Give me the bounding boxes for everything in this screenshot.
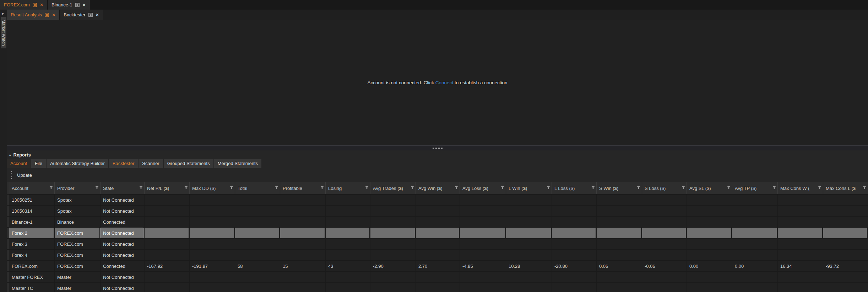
table-cell[interactable]: -167.92 — [145, 261, 190, 271]
table-cell[interactable] — [190, 228, 235, 238]
table-cell[interactable]: FOREX.com — [55, 239, 101, 249]
table-row[interactable]: FOREX.comFOREX.comConnected-167.92-191.8… — [7, 261, 868, 272]
table-cell[interactable] — [235, 228, 280, 238]
filter-funnel-icon[interactable] — [862, 186, 867, 191]
table-cell[interactable] — [416, 272, 460, 282]
table-cell[interactable] — [732, 283, 778, 292]
table-cell[interactable] — [642, 217, 687, 227]
reports-tab-account[interactable]: Account — [7, 159, 31, 168]
collapse-reports-icon[interactable]: ▴ — [9, 153, 11, 156]
filter-funnel-icon[interactable] — [49, 186, 53, 191]
table-cell[interactable] — [370, 228, 416, 238]
table-cell[interactable] — [416, 228, 460, 238]
table-cell[interactable] — [506, 250, 552, 260]
table-row[interactable]: Forex 3FOREX.comNot Connected — [7, 239, 868, 250]
reports-tab-automatic-strategy-builder[interactable]: Automatic Strategy Builder — [47, 159, 108, 168]
table-cell[interactable] — [326, 228, 370, 238]
column-header-avg-win-[interactable]: Avg Win ($) — [416, 182, 460, 194]
table-cell[interactable]: Master — [55, 272, 101, 282]
table-cell[interactable] — [823, 217, 868, 227]
table-cell[interactable] — [235, 206, 280, 216]
table-cell[interactable] — [506, 283, 552, 292]
window-tab-forex-com[interactable]: FOREX.com✕ — [0, 0, 48, 10]
table-cell[interactable] — [823, 239, 868, 249]
table-cell[interactable] — [280, 283, 326, 292]
table-cell[interactable] — [235, 217, 280, 227]
column-header-avg-loss-[interactable]: Avg Loss ($) — [460, 182, 506, 194]
filter-funnel-icon[interactable] — [139, 186, 143, 191]
table-row[interactable]: Forex 2FOREX.comNot Connected — [7, 228, 868, 239]
panel-tab-backtester[interactable]: Backtester✕ — [60, 10, 103, 20]
table-cell[interactable] — [326, 195, 370, 205]
table-cell[interactable]: Not Connected — [101, 228, 145, 238]
table-cell[interactable]: Forex 2 — [9, 228, 55, 238]
column-header-avg-trades-[interactable]: Avg Trades ($) — [370, 182, 416, 194]
table-cell[interactable]: 0.06 — [597, 261, 642, 271]
table-cell[interactable] — [778, 195, 823, 205]
table-cell[interactable] — [370, 272, 416, 282]
table-cell[interactable] — [326, 217, 370, 227]
table-cell[interactable] — [732, 206, 778, 216]
table-cell[interactable]: Not Connected — [101, 239, 145, 249]
table-cell[interactable] — [416, 217, 460, 227]
filter-funnel-icon[interactable] — [454, 186, 459, 191]
table-cell[interactable] — [823, 283, 868, 292]
window-tab-binance-1[interactable]: Binance-1✕ — [48, 0, 90, 10]
column-header-s-win-[interactable]: S Win ($) — [597, 182, 642, 194]
table-cell[interactable]: Not Connected — [101, 195, 145, 205]
filter-funnel-icon[interactable] — [772, 186, 776, 191]
table-cell[interactable] — [190, 217, 235, 227]
table-cell[interactable]: 0.00 — [732, 261, 778, 271]
table-cell[interactable] — [416, 250, 460, 260]
table-cell[interactable] — [460, 195, 506, 205]
column-header-max-cons-w-[interactable]: Max Cons W ( — [778, 182, 823, 194]
table-cell[interactable] — [416, 239, 460, 249]
table-cell[interactable] — [597, 272, 642, 282]
table-cell[interactable] — [460, 239, 506, 249]
column-header-losing[interactable]: Losing — [326, 182, 370, 194]
table-cell[interactable] — [732, 250, 778, 260]
table-cell[interactable]: Binance — [55, 217, 101, 227]
panel-tab-result-analysis[interactable]: Result Analysis✕ — [7, 10, 60, 20]
table-cell[interactable]: Master — [55, 283, 101, 292]
close-icon[interactable]: ✕ — [96, 13, 99, 17]
reports-tab-grouped-statements[interactable]: Grouped Statements — [164, 159, 213, 168]
reports-tab-backtester[interactable]: Backtester — [109, 159, 138, 168]
column-header-l-win-[interactable]: L Win ($) — [506, 182, 552, 194]
table-cell[interactable] — [280, 239, 326, 249]
column-header-state[interactable]: State — [101, 182, 145, 194]
table-cell[interactable] — [235, 283, 280, 292]
table-cell[interactable]: Forex 3 — [9, 239, 55, 249]
table-cell[interactable] — [190, 239, 235, 249]
table-cell[interactable] — [145, 228, 190, 238]
close-icon[interactable]: ✕ — [40, 3, 43, 7]
table-cell[interactable] — [460, 250, 506, 260]
horizontal-splitter[interactable] — [7, 145, 868, 151]
column-header-s-loss-[interactable]: S Loss ($) — [642, 182, 687, 194]
table-cell[interactable] — [506, 195, 552, 205]
filter-funnel-icon[interactable] — [184, 186, 188, 191]
table-row[interactable]: 13050314SpotexNot Connected — [7, 206, 868, 217]
table-cell[interactable] — [460, 228, 506, 238]
table-cell[interactable]: 15 — [280, 261, 326, 271]
table-cell[interactable] — [552, 228, 597, 238]
table-cell[interactable] — [145, 217, 190, 227]
table-cell[interactable]: 10.28 — [506, 261, 552, 271]
table-cell[interactable]: Master TC — [9, 283, 55, 292]
table-cell[interactable] — [552, 195, 597, 205]
close-icon[interactable]: ✕ — [52, 13, 55, 17]
table-cell[interactable]: 0.00 — [687, 261, 732, 271]
table-cell[interactable] — [280, 206, 326, 216]
table-cell[interactable] — [416, 206, 460, 216]
table-cell[interactable] — [823, 272, 868, 282]
table-cell[interactable] — [370, 217, 416, 227]
table-cell[interactable] — [416, 195, 460, 205]
table-cell[interactable] — [506, 272, 552, 282]
table-cell[interactable]: -2.90 — [370, 261, 416, 271]
table-cell[interactable] — [687, 239, 732, 249]
table-cell[interactable] — [597, 195, 642, 205]
table-row[interactable]: Forex 4FOREX.comNot Connected — [7, 250, 868, 261]
table-cell[interactable] — [145, 250, 190, 260]
table-cell[interactable]: FOREX.com — [55, 261, 101, 271]
table-cell[interactable] — [506, 206, 552, 216]
